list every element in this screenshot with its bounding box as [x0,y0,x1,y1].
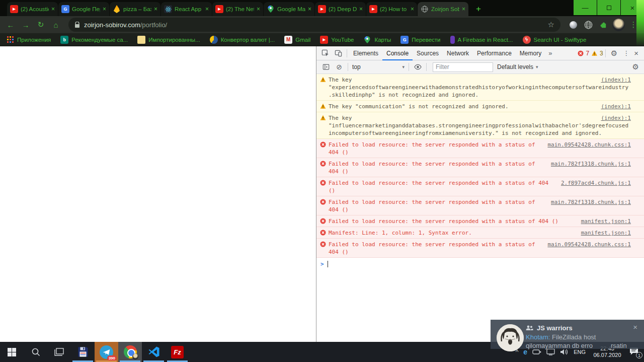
tab-close-icon[interactable]: × [205,6,209,12]
browser-menu-icon[interactable]: ⋮ [627,18,640,31]
address-bar[interactable]: zoirjon-sobirov.com/portfolio/ ☆ [68,18,560,32]
devtools-tab-sources[interactable]: Sources [413,46,443,60]
bookmark-gmail[interactable]: M Gmail [284,36,310,44]
tab-google-translate[interactable]: G Google Пер × [58,2,109,16]
devtools-tab-elements[interactable]: Elements [349,46,382,60]
tab-deep-dive[interactable]: ▶ (2) Deep Di × [315,2,366,16]
profile-avatar[interactable] [612,18,625,31]
devtools-tab-memory[interactable]: Memory [516,46,545,60]
new-tab-button[interactable]: + [472,3,485,15]
tab-firebase-pizza[interactable]: pizza – Баз × [110,2,160,16]
bookmark-apps[interactable]: Приложения [6,36,51,44]
window-close-button[interactable]: × [621,0,644,15]
window-restore-button[interactable] [597,0,620,15]
back-icon[interactable]: ← [4,18,17,31]
tab-how-to[interactable]: ▶ (2) How to × [366,2,417,16]
console-prompt[interactable]: > [316,258,644,270]
devtools-tab-console[interactable]: Console [382,46,413,60]
source-link[interactable]: (index):1 [601,114,631,122]
console-error-row[interactable]: manifest.json:1 Failed to load resource:… [316,215,644,227]
telegram-notification-popup[interactable]: JS warriors Khotam: FileZillada host qil… [491,320,644,349]
tab-title: (2) Deep Di [329,6,357,12]
tab-the-net[interactable]: ▶ (2) The Net × [212,2,263,16]
tray-volume-icon[interactable] [560,348,569,355]
reload-icon[interactable]: ↻ [34,18,47,31]
console-log: (index):1 The key "experiencedsoftwareen… [316,74,644,342]
devtools-menu-icon[interactable]: ⋮ [620,49,632,57]
extensions-puzzle-icon[interactable] [597,18,610,31]
tray-device-icon[interactable] [532,349,541,355]
console-settings-gear-icon[interactable]: ⚙ [630,62,641,71]
console-warning-row[interactable]: (index):1 The key "communication" is not… [316,101,644,112]
bookmark-recommended[interactable]: b Рекомендуемые са... [60,36,128,44]
console-error-row[interactable]: main.09542428.chunk.css:1 Failed to load… [316,239,644,258]
tab-close-icon[interactable]: × [154,6,157,12]
bookmark-swiftype[interactable]: ϟ Search UI - Swiftype [523,36,587,44]
console-issue-badges[interactable]: 7 3 [578,50,603,57]
source-link[interactable]: main.09542428.chunk.css:1 [547,141,631,149]
eye-icon[interactable] [411,61,424,73]
bookmark-maps[interactable]: Карты [363,36,391,44]
source-link[interactable]: 2.f897acd4.chunk.js:1 [561,179,631,187]
console-error-row[interactable]: main.09542428.chunk.css:1 Failed to load… [316,139,644,158]
taskbar-search-button[interactable] [24,342,47,362]
inspect-element-icon[interactable] [318,47,332,59]
tab-close-icon[interactable]: × [257,6,260,12]
tab-close-icon[interactable]: × [411,6,414,12]
devtools-tab-network[interactable]: Network [443,46,473,60]
source-link[interactable]: main.782f1318.chunk.js:1 [551,160,631,168]
console-warning-row[interactable]: (index):1 The key "experiencedsoftwareen… [316,74,644,101]
tab-close-icon[interactable]: × [462,6,465,12]
clear-console-icon[interactable]: ⊘ [333,61,346,73]
window-minimize-button[interactable]: — [574,0,597,15]
bookmark-firebase-react[interactable]: A Firebase in React... [450,36,513,44]
source-link[interactable]: main.782f1318.chunk.js:1 [551,198,631,206]
tab-close-icon[interactable]: × [308,6,311,12]
screenshot-extension-icon[interactable] [567,18,580,31]
start-button[interactable] [0,342,24,362]
devtools-tab-performance[interactable]: Performance [473,46,516,60]
devtools-close-icon[interactable]: × [632,49,642,57]
more-tabs-icon[interactable]: » [545,49,555,57]
console-error-row[interactable]: main.782f1318.chunk.js:1 Failed to load … [316,158,644,177]
globe-extension-icon[interactable] [582,18,595,31]
taskbar-app-chrome[interactable] [118,342,142,362]
tab-zoirjon-sobirov-active[interactable]: Zoirjon Sob × [418,2,468,16]
home-icon[interactable]: ⌂ [49,18,62,31]
bookmark-imported-folder[interactable]: Импортированны... [137,36,200,44]
forward-icon[interactable]: → [19,18,32,31]
context-selector[interactable]: top ▾ [350,63,407,70]
log-levels-selector[interactable]: Default levels ▾ [497,63,538,70]
tab-acoustic[interactable]: ▶ (2) Acoustic × [7,2,58,16]
source-link[interactable]: (index):1 [601,76,631,84]
console-warning-row[interactable]: (index):1 The key "influencermarketingan… [316,112,644,139]
taskbar-app-filezilla[interactable]: Fz [166,342,189,362]
tray-network-icon[interactable] [546,348,555,355]
device-toolbar-icon[interactable] [332,47,345,59]
console-error-row[interactable]: 2.f897acd4.chunk.js:1 Failed to load res… [316,177,644,196]
devtools-settings-gear-icon[interactable]: ⚙ [608,49,620,58]
tab-google-maps[interactable]: Google Ma × [264,2,314,16]
bookmark-star-icon[interactable]: ☆ [548,20,554,29]
bookmark-currency-converter[interactable]: Конвертор валют |... [210,36,275,44]
source-link[interactable]: main.09542428.chunk.css:1 [547,241,631,248]
console-error-row[interactable]: main.782f1318.chunk.js:1 Failed to load … [316,196,644,215]
tab-close-icon[interactable]: × [51,6,55,12]
bookmark-translate[interactable]: G Перевести [400,36,440,44]
source-link[interactable]: (index):1 [601,103,631,110]
tab-close-icon[interactable]: × [359,6,363,12]
bookmark-youtube[interactable]: ▶ YouTube [320,36,354,44]
taskbar-app-floppy[interactable] [71,342,95,362]
taskbar-app-vscode[interactable] [142,342,166,362]
tab-react-app[interactable]: React App × [161,2,212,16]
source-link[interactable]: manifest.json:1 [581,218,631,225]
notification-close-icon[interactable]: × [633,323,637,331]
tab-close-icon[interactable]: × [103,6,106,12]
console-filter-input[interactable] [433,62,493,72]
source-link[interactable]: manifest.json:1 [581,229,631,237]
taskbar-app-telegram[interactable]: 390 [95,342,118,362]
language-indicator[interactable]: ENG [574,349,586,355]
task-view-button[interactable] [47,342,71,362]
console-error-row[interactable]: manifest.json:1 Manifest: Line: 1, colum… [316,227,644,239]
console-sidebar-icon[interactable] [319,61,333,73]
